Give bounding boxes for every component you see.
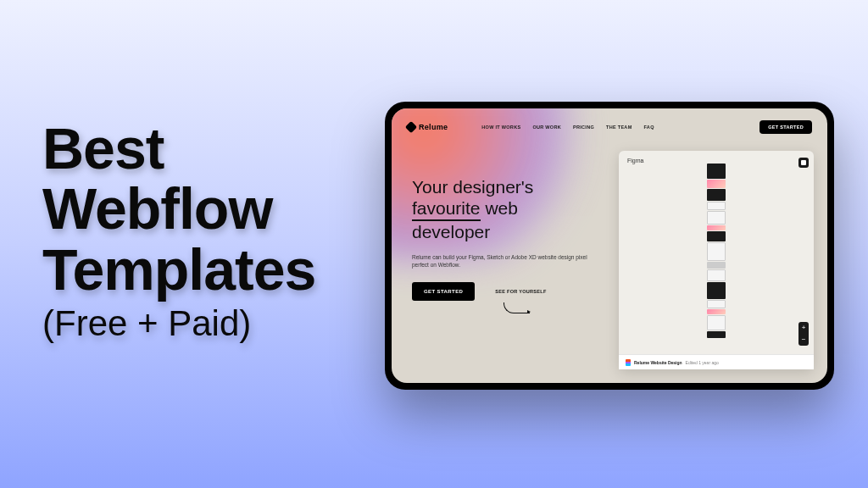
design-frame (707, 189, 726, 201)
design-frame (707, 300, 726, 308)
cube-icon (405, 121, 417, 133)
design-frame (707, 242, 726, 261)
figma-logo-icon (626, 359, 631, 366)
hero-section: Your designer's favourite web developer … (412, 176, 590, 301)
zoom-in-icon[interactable]: + (802, 324, 806, 331)
see-for-yourself-link[interactable]: SEE FOR YOURSELF (495, 289, 546, 294)
figma-file-meta: Edited 1 year ago (686, 360, 719, 365)
design-frame (707, 164, 726, 179)
figma-fullscreen-button[interactable] (798, 158, 809, 168)
design-frame (707, 269, 726, 281)
figma-file-bar[interactable]: Relume Website Design Edited 1 year ago (619, 354, 814, 369)
design-frame (707, 262, 726, 269)
cta-row: GET STARTED SEE FOR YOURSELF (412, 282, 590, 301)
headline-line-3: Templates (42, 240, 315, 300)
website-screenshot: Relume HOW IT WORKS OUR WORK PRICING THE… (392, 108, 827, 383)
design-frame (707, 331, 726, 338)
hero-title-underlined: favourite (412, 197, 481, 221)
header-get-started-button[interactable]: GET STARTED (760, 120, 812, 134)
design-frame (707, 315, 726, 330)
navbar: Relume HOW IT WORKS OUR WORK PRICING THE… (407, 120, 812, 134)
design-frame (707, 225, 726, 230)
hero-title-line2b: web (481, 198, 518, 218)
nav-the-team[interactable]: THE TEAM (606, 125, 632, 130)
design-frame (707, 231, 726, 241)
design-frame (707, 211, 726, 225)
design-frame (707, 309, 726, 314)
hero-body: Relume can build your Figma, Sketch or A… (412, 253, 590, 269)
nav-pricing[interactable]: PRICING (573, 125, 594, 130)
figma-embed[interactable]: Figma + − (619, 151, 814, 369)
hero-get-started-button[interactable]: GET STARTED (412, 282, 475, 301)
headline-line-2: Webflow (42, 179, 315, 239)
headline-subtitle: (Free + Paid) (42, 303, 315, 344)
figma-canvas[interactable] (707, 164, 726, 338)
design-frame (707, 282, 726, 299)
hero-title: Your designer's favourite web developer (412, 176, 590, 243)
nav-our-work[interactable]: OUR WORK (532, 125, 561, 130)
design-frame (707, 180, 726, 188)
promo-headline: Best Webflow Templates (Free + Paid) (42, 119, 315, 344)
brand-text: Relume (419, 123, 448, 131)
figma-label: Figma (627, 158, 643, 164)
device-frame: Relume HOW IT WORKS OUR WORK PRICING THE… (385, 102, 834, 390)
design-frame (707, 202, 726, 210)
nav-links: HOW IT WORKS OUR WORK PRICING THE TEAM F… (481, 125, 654, 130)
hero-title-line3: developer (412, 222, 490, 241)
nav-faq[interactable]: FAQ (644, 125, 654, 130)
headline-line-1: Best (42, 119, 315, 179)
nav-how-it-works[interactable]: HOW IT WORKS (481, 125, 520, 130)
hero-title-line1: Your designer's (412, 177, 533, 197)
brand[interactable]: Relume (407, 123, 448, 131)
figma-file-name: Relume Website Design (634, 360, 682, 365)
figma-zoom-controls[interactable]: + − (798, 322, 809, 346)
zoom-out-icon[interactable]: − (802, 336, 806, 343)
